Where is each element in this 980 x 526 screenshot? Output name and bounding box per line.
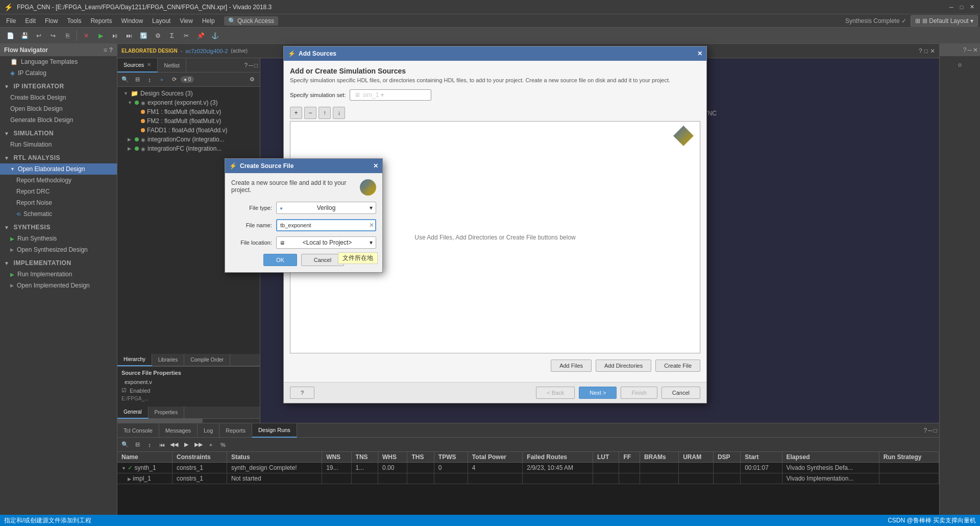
sim-set-select[interactable]: 🖥 sim_1 ▾	[350, 89, 431, 101]
nav-item-run-impl[interactable]: ▶ Run Implementation	[0, 269, 117, 280]
tree-integration-conv[interactable]: ▶ ◉ integrationConv (integratio...	[117, 135, 260, 144]
sources-add-btn[interactable]: +	[156, 74, 167, 85]
menu-tools[interactable]: Tools	[63, 16, 85, 26]
console-help-btn[interactable]: ?	[924, 427, 927, 434]
toolbar-sum[interactable]: Σ	[166, 30, 178, 42]
menu-window[interactable]: Window	[117, 16, 147, 26]
quick-access[interactable]: 🔍 Quick Access	[224, 16, 278, 26]
right-min-btn[interactable]: ─	[967, 46, 972, 54]
tab-properties[interactable]: Properties	[149, 407, 185, 419]
sources-settings-btn[interactable]: ⚙	[247, 74, 258, 85]
right-help-btn[interactable]: ?	[963, 46, 967, 54]
minimize-btn[interactable]: ─	[947, 3, 955, 11]
flow-nav-collapse[interactable]: ≡	[104, 46, 107, 54]
right-close-btn[interactable]: ✕	[973, 46, 978, 54]
flow-nav-help[interactable]: ?	[109, 46, 113, 54]
tab-sources[interactable]: Sources ✕	[117, 58, 158, 73]
toolbar-redo[interactable]: ↪	[47, 30, 59, 42]
toolbar-refresh[interactable]: 🔃	[137, 30, 150, 42]
nav-item-run-simulation[interactable]: Run Simulation	[0, 139, 117, 150]
toolbar-new[interactable]: 📄	[4, 30, 16, 42]
tree-fadd1[interactable]: FADD1 : floatAdd (floatAdd.v)	[117, 126, 260, 135]
toolbar-undo[interactable]: ↩	[33, 30, 45, 42]
finish-btn[interactable]: Finish	[621, 387, 657, 399]
tree-integration-fc[interactable]: ▶ ◉ integrationFC (integration...	[117, 144, 260, 153]
menu-view[interactable]: View	[176, 16, 197, 26]
close-btn[interactable]: ✕	[968, 3, 976, 11]
tab-reports[interactable]: Reports	[219, 423, 252, 438]
nav-item-language-templates[interactable]: 📋 Language Templates	[0, 56, 117, 67]
tree-design-sources[interactable]: ▼ 📁 Design Sources (3)	[117, 89, 260, 98]
toolbar-save[interactable]: 💾	[18, 30, 31, 42]
nav-item-run-synth[interactable]: ▶ Run Synthesis	[0, 233, 117, 244]
tree-fm2[interactable]: FM2 : floatMult (floatMult.v)	[117, 116, 260, 126]
sources-scrollbar[interactable]	[117, 419, 260, 423]
nav-item-create-block[interactable]: Create Block Design	[0, 92, 117, 103]
back-btn[interactable]: < Back	[536, 387, 575, 399]
sources-float-btn[interactable]: □	[254, 62, 258, 69]
nav-item-open-elab[interactable]: ▼ Open Elaborated Design	[0, 163, 117, 175]
filename-input[interactable]	[276, 219, 376, 231]
sources-min-btn[interactable]: ─	[249, 62, 253, 69]
next-btn[interactable]: Next >	[579, 387, 617, 399]
elab-help-btn[interactable]: ?	[919, 47, 922, 55]
tab-netlist[interactable]: Netlist	[158, 58, 186, 73]
create-file-btn[interactable]: Create File	[655, 360, 700, 372]
filename-clear-btn[interactable]: ✕	[369, 222, 374, 229]
layout-selector[interactable]: ⊞⊞ Default Layout ▾	[911, 15, 978, 27]
console-fwd[interactable]: ▶▶	[193, 439, 204, 450]
console-percent[interactable]: %	[217, 439, 229, 450]
filetype-select[interactable]: ● Verilog ▾	[276, 202, 376, 214]
toolbar-step-over[interactable]: ⏯	[109, 30, 121, 42]
help-circle-btn[interactable]: ?	[290, 387, 314, 399]
add-dirs-btn[interactable]: Add Directories	[596, 360, 651, 372]
sources-filter-btn[interactable]: ⊟	[132, 74, 143, 85]
console-prev[interactable]: ⏮	[156, 439, 167, 450]
add-sources-close-btn[interactable]: ✕	[697, 50, 702, 57]
tab-compile[interactable]: Compile Order	[184, 354, 230, 366]
table-row-synth1[interactable]: ▼ ✓ synth_1 constrs_1 synth_design Compl…	[117, 463, 939, 473]
tree-fm1[interactable]: FM1 : floatMult (floatMult.v)	[117, 107, 260, 116]
console-sort[interactable]: ↕	[144, 439, 155, 450]
tab-hierarchy[interactable]: Hierarchy	[117, 354, 152, 366]
menu-help[interactable]: Help	[198, 16, 219, 26]
location-select[interactable]: 🖥 <Local to Project> ▾	[276, 236, 376, 249]
menu-layout[interactable]: Layout	[148, 16, 175, 26]
elab-close-btn[interactable]: ✕	[930, 47, 935, 55]
toolbar-cut[interactable]: ✂	[180, 30, 192, 42]
table-row-impl1[interactable]: ▶ impl_1 constrs_1 Not started	[117, 473, 939, 484]
nav-item-open-synth[interactable]: ▶ Open Synthesized Design	[0, 244, 117, 255]
console-min-btn[interactable]: ─	[928, 427, 933, 434]
cancel-btn[interactable]: Cancel	[662, 387, 700, 399]
toolbar-anchor[interactable]: ⚓	[209, 30, 221, 42]
menu-flow[interactable]: Flow	[41, 16, 62, 26]
nav-item-open-impl[interactable]: ▶ Open Implemented Design	[0, 280, 117, 291]
elab-min-btn[interactable]: □	[924, 47, 928, 55]
add-files-btn[interactable]: Add Files	[551, 360, 592, 372]
toolbar-run[interactable]: ▶	[94, 30, 107, 42]
nav-item-ip-catalog[interactable]: ◈ IP Catalog	[0, 67, 117, 79]
sources-search-btn[interactable]: 🔍	[119, 74, 131, 85]
console-add[interactable]: +	[205, 439, 216, 450]
sources-refresh-btn[interactable]: ⟳	[168, 74, 180, 85]
fl-up-btn[interactable]: ↑	[318, 107, 331, 119]
toolbar-step[interactable]: ⏭	[123, 30, 135, 42]
sources-sort-btn[interactable]: ↕	[144, 74, 155, 85]
nav-item-schematic[interactable]: ⟲ Schematic	[0, 208, 117, 220]
console-play[interactable]: ▶	[181, 439, 192, 450]
fl-add-btn[interactable]: +	[290, 107, 302, 119]
menu-file[interactable]: File	[2, 16, 20, 26]
prop-checkbox[interactable]: ☑	[121, 387, 127, 394]
toolbar-settings[interactable]: ⚙	[152, 30, 164, 42]
cs-ok-btn[interactable]: OK	[263, 254, 297, 266]
toolbar-pin[interactable]: 📌	[194, 30, 207, 42]
tab-log[interactable]: Log	[198, 423, 219, 438]
toolbar-delete[interactable]: ✕	[80, 30, 92, 42]
tab-design-runs[interactable]: Design Runs	[252, 423, 297, 438]
toolbar-copy[interactable]: ⎘	[61, 30, 74, 42]
tab-libraries[interactable]: Libraries	[152, 354, 184, 366]
cs-close-btn[interactable]: ✕	[373, 162, 378, 170]
nav-item-report-meth[interactable]: Report Methodology	[0, 175, 117, 186]
console-search[interactable]: 🔍	[119, 439, 131, 450]
nav-item-open-block[interactable]: Open Block Design	[0, 103, 117, 114]
